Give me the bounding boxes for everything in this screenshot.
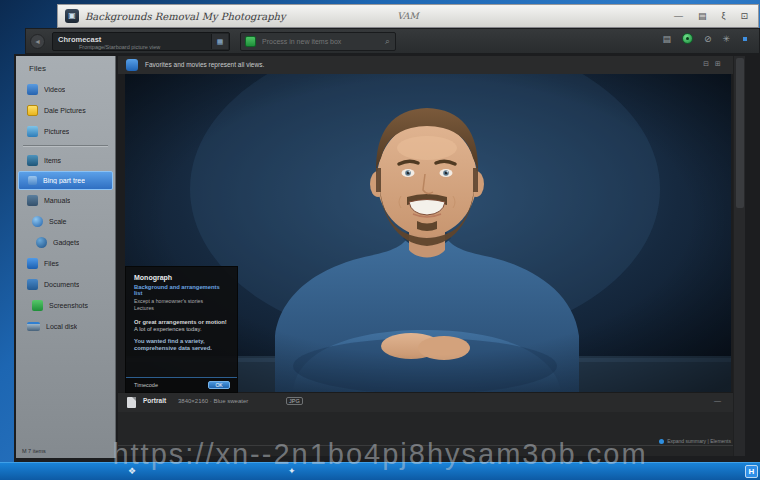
sidebar-item-label: Bing part tree bbox=[43, 177, 85, 184]
lower-panel: Expand summary | Elements bbox=[118, 412, 733, 456]
scale-icon bbox=[32, 216, 43, 227]
files-icon bbox=[27, 258, 38, 269]
sidebar-item-screenshots[interactable]: Screenshots bbox=[16, 295, 115, 316]
sidebar-separator bbox=[23, 145, 108, 147]
sidebar-item-label: Documents bbox=[44, 281, 79, 288]
statusbar-collapse-icon[interactable]: — bbox=[714, 397, 721, 404]
file-title: Portrait bbox=[143, 397, 166, 404]
taskbar-pin-icon[interactable]: ❖ bbox=[128, 466, 136, 476]
items-icon bbox=[27, 155, 38, 166]
sidebar-item-label: Videos bbox=[44, 86, 65, 93]
dialog-title: Monograph bbox=[134, 274, 229, 281]
videos-icon bbox=[27, 84, 38, 95]
dialog-subtext: Lectures bbox=[134, 305, 229, 311]
toolbar: ◄ Chromecast Frontpage/Starboard picture… bbox=[25, 28, 760, 54]
dialog-footer: Timecode OK bbox=[126, 377, 237, 392]
footer-note: Expand summary | Elements bbox=[659, 438, 731, 444]
sidebar-header: Files bbox=[16, 56, 115, 79]
dialog-ok-button[interactable]: OK bbox=[208, 381, 230, 389]
sidebar: Files Videos Dale Pictures Pictures Item… bbox=[16, 56, 116, 458]
dialog-footer-label: Timecode bbox=[134, 382, 158, 388]
sidebar-item-label: Files bbox=[44, 260, 59, 267]
search-box: ⌕ bbox=[240, 32, 396, 51]
sidebar-item-label: Gadgets bbox=[53, 239, 79, 246]
sidebar-item-label: Local disk bbox=[46, 323, 77, 330]
back-button[interactable]: ◄ bbox=[30, 34, 45, 49]
script-button[interactable]: ξ bbox=[721, 11, 725, 21]
documents-icon bbox=[27, 279, 38, 290]
settings-icon[interactable]: ✳ bbox=[722, 34, 730, 44]
sidebar-item-items[interactable]: Items bbox=[16, 150, 115, 171]
content-header-text: Favorites and movies represent all views… bbox=[145, 61, 264, 68]
file-statusbar: Portrait 3840×2160 · Blue sweater JPG — bbox=[118, 392, 733, 412]
dialog-paragraph: Or great arrangements or motion! bbox=[134, 319, 229, 325]
dialog-paragraph: You wanted find a variety, bbox=[134, 338, 229, 344]
sidebar-item-scale[interactable]: Scale bbox=[16, 211, 115, 232]
taskbar[interactable]: ❖ ✦ H bbox=[0, 462, 760, 480]
file-meta: 3840×2160 · Blue sweater bbox=[178, 398, 248, 404]
footer-note-text: Expand summary | Elements bbox=[667, 438, 731, 444]
address-subtext: Frontpage/Starboard picture view bbox=[79, 44, 160, 50]
folder-icon bbox=[27, 105, 38, 116]
grid-button[interactable]: ⊡ bbox=[740, 11, 748, 21]
search-filter-icon bbox=[245, 36, 256, 47]
sidebar-item-label: Dale Pictures bbox=[44, 107, 86, 114]
address-dropdown-icon[interactable]: ▦ bbox=[211, 34, 228, 49]
file-type-badge: JPG bbox=[286, 397, 303, 405]
search-icon[interactable]: ⌕ bbox=[385, 36, 395, 47]
sidebar-item-dale-pictures[interactable]: Dale Pictures bbox=[16, 100, 115, 121]
status-dot-icon bbox=[743, 37, 747, 41]
drive-icon bbox=[27, 322, 40, 331]
dialog-subtext: Except a homeowner's stories bbox=[134, 298, 229, 304]
sidebar-item-label: Manuals bbox=[44, 197, 70, 204]
sidebar-item-manuals[interactable]: Manuals bbox=[16, 190, 115, 211]
search-input[interactable] bbox=[260, 37, 385, 46]
dialog-paragraph: A lot of experiences today. bbox=[134, 326, 229, 332]
sidebar-status: M 7 items bbox=[22, 448, 46, 454]
scrollbar-thumb[interactable] bbox=[736, 58, 744, 208]
screenshots-icon bbox=[32, 300, 43, 311]
window-body: Files Videos Dale Pictures Pictures Item… bbox=[14, 54, 760, 462]
overlay-dialog: Monograph Background and arrangements li… bbox=[125, 266, 238, 393]
pictures-icon bbox=[27, 126, 38, 137]
record-icon[interactable] bbox=[682, 33, 693, 44]
taskbar-app-icon[interactable]: ✦ bbox=[288, 466, 296, 476]
sidebar-item-files[interactable]: Files bbox=[16, 253, 115, 274]
sidebar-item-documents[interactable]: Documents bbox=[16, 274, 115, 295]
tree-icon bbox=[28, 176, 37, 185]
address-value: Chromecast bbox=[58, 35, 101, 44]
sidebar-item-bing-part-tree-selected[interactable]: Bing part tree bbox=[18, 171, 113, 190]
taskbar-logo-icon[interactable]: H bbox=[745, 465, 758, 478]
view-toggle-icons[interactable]: ⊟ ⊞ bbox=[703, 60, 723, 68]
sidebar-item-gadgets[interactable]: Gadgets bbox=[16, 232, 115, 253]
sidebar-item-label: Screenshots bbox=[49, 302, 88, 309]
vertical-scrollbar[interactable] bbox=[733, 56, 745, 456]
info-icon[interactable] bbox=[659, 439, 664, 444]
content-header: Favorites and movies represent all views… bbox=[118, 56, 733, 74]
sidebar-item-label: Pictures bbox=[44, 128, 69, 135]
window-title: Backgrounds Removal My Photography bbox=[85, 11, 286, 22]
manuals-icon bbox=[27, 195, 38, 206]
sidebar-item-local-disk[interactable]: Local disk bbox=[16, 316, 115, 337]
file-icon bbox=[127, 397, 136, 408]
sidebar-item-pictures[interactable]: Pictures bbox=[16, 121, 115, 142]
preview-icon bbox=[126, 59, 138, 71]
sidebar-item-videos[interactable]: Videos bbox=[16, 79, 115, 100]
gadgets-icon bbox=[36, 237, 47, 248]
dialog-link[interactable]: Background and arrangements list bbox=[134, 284, 229, 296]
panel-icon[interactable]: ▤ bbox=[662, 34, 671, 44]
sidebar-item-label: Items bbox=[44, 157, 61, 164]
dialog-paragraph: comprehensive data served. bbox=[134, 345, 229, 351]
screen: ▣ Backgrounds Removal My Photography VAM… bbox=[0, 0, 760, 480]
divider bbox=[118, 445, 733, 446]
window-controls: — ▤ ξ ⊡ bbox=[674, 11, 758, 21]
toolbar-right-icons: ▤ ⊘ ✳ bbox=[662, 33, 747, 44]
app-icon: ▣ bbox=[65, 9, 79, 23]
sidebar-item-label: Scale bbox=[49, 218, 67, 225]
minimize-button[interactable]: — bbox=[674, 11, 683, 21]
layout-button[interactable]: ▤ bbox=[698, 11, 707, 21]
address-bar[interactable]: Chromecast Frontpage/Starboard picture v… bbox=[52, 32, 230, 51]
window-titlebar: ▣ Backgrounds Removal My Photography VAM… bbox=[57, 4, 759, 28]
mute-icon[interactable]: ⊘ bbox=[704, 34, 712, 44]
